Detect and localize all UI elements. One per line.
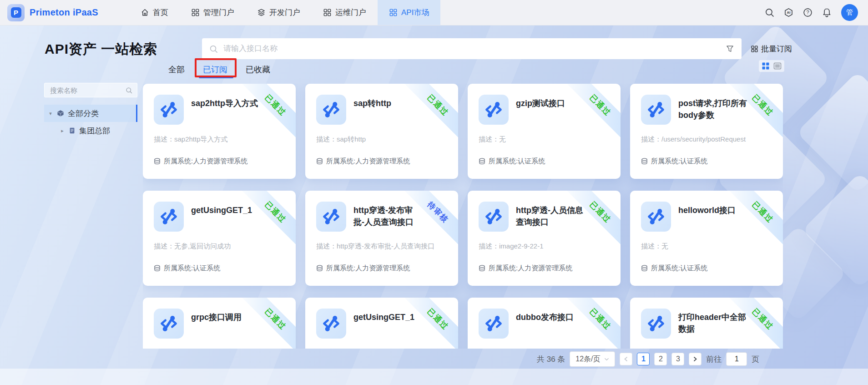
bell-icon[interactable] [822,8,832,17]
tree-item-all-categories[interactable]: ▾ 全部分类 [44,105,137,122]
tab-subscribed[interactable]: 已订阅 [203,64,227,75]
api-card[interactable]: 已通过 post请求,打印所有body参数 描述：/users/security… [630,84,783,179]
avatar[interactable]: 管 [841,4,858,21]
status-ribbon: 已通过 [236,298,296,349]
page-button-3[interactable]: 3 [671,353,684,365]
app-logo: P Primeton iPaaS [0,4,122,21]
api-card[interactable]: 已通过 grpc接口调用 描述： [143,298,296,349]
caret-right-icon[interactable]: ▸ [60,128,65,134]
grid-view-icon[interactable] [762,62,770,70]
api-card-system: 所属系统:认证系统 [479,157,545,166]
svg-text:?: ? [806,10,809,15]
tab-favorites[interactable]: 已收藏 [246,64,270,75]
tab-all[interactable]: 全部 [168,64,185,75]
api-card[interactable]: 已通过 getUsingGET_1 描述： [305,298,458,349]
batch-subscribe-button[interactable]: 批量订阅 [751,44,792,54]
caret-down-icon[interactable]: ▾ [48,111,53,117]
api-icon [479,202,509,232]
api-card[interactable]: 已通过 sap2http导入方式 描述：sap2http导入方式 [143,84,296,179]
database-icon [641,265,648,272]
status-badge: 已通过 [425,92,451,118]
apps-icon [323,8,332,17]
pagination: 共 36 条 12条/页 1 2 3 前往 页 [537,351,759,367]
api-card-title: 打印header中全部数据 [678,311,747,335]
search-icon[interactable] [765,8,774,17]
api-card-system: 所属系统:认证系统 [154,264,220,273]
page-button-1[interactable]: 1 [637,353,650,365]
api-card-title: gzip测试接口 [516,97,585,109]
database-icon [316,158,323,165]
database-icon [641,158,648,165]
api-card-title: sap转http [353,97,423,109]
batch-subscribe-label: 批量订阅 [761,44,792,54]
api-card-description: 描述：无参,返回访问成功 [154,242,287,251]
api-card-system: 所属系统:认证系统 [641,264,707,273]
database-icon [316,265,323,272]
api-card-system: 所属系统:认证系统 [641,157,707,166]
nav-item-ops-portal[interactable]: 运维门户 [312,0,378,25]
topbar-actions: AI ? 管 [765,4,868,21]
nav-item-api-market[interactable]: API市场 [378,0,440,25]
prev-page-button[interactable] [620,353,632,365]
api-icon [479,309,509,339]
api-card-description: 描述：/users/security/postRequest [641,135,774,144]
status-badge: 已通过 [750,199,776,225]
nav-item-home[interactable]: 首页 [129,0,180,25]
api-icon [154,309,184,339]
api-card[interactable]: 待审核 http穿透-发布审批-人员查询接口 描述：http穿透-发布审批-人员… [305,191,458,286]
apps-icon [389,8,398,17]
view-toggles [759,60,784,72]
chevron-down-icon [604,357,609,362]
api-card[interactable]: 已通过 http穿透-人员信息查询接口 描述：image2-9-22-1 [468,191,621,286]
nav-item-admin-portal[interactable]: 管理门户 [180,0,246,25]
page-size-select[interactable]: 12条/页 [570,351,615,367]
filter-tabs: 全部 已订阅 已收藏 [168,62,270,77]
api-card[interactable]: 已通过 helloworld接口 描述：无 [630,191,783,286]
tree-item-group-hq[interactable]: ▸ 集团总部 [44,122,137,139]
api-search-input[interactable] [222,44,721,54]
list-view-icon[interactable] [773,62,782,70]
api-card-system: 所属系统:人力资源管理系统 [316,264,410,273]
api-icon [154,95,184,125]
next-page-button[interactable] [689,353,701,365]
cube-icon [57,110,64,117]
api-card-description: 描述：无 [479,135,611,144]
status-badge: 已通过 [750,306,776,332]
goto-page-input[interactable] [726,352,747,366]
category-search-input[interactable] [49,86,123,95]
api-card-title: helloworld接口 [678,204,747,216]
page-button-2[interactable]: 2 [654,353,667,365]
status-badge: 已通过 [588,92,614,118]
category-tree: ▾ 全部分类 ▸ 集团总部 [44,105,137,139]
batch-subscribe-icon [751,45,758,53]
svg-text:AI: AI [787,10,791,15]
tree-item-label: 全部分类 [68,108,99,119]
api-card[interactable]: 已通过 getUsingGET_1 描述：无参,返回访问成功 [143,191,296,286]
sidebar-search [44,83,137,97]
api-card-system: 所属系统:人力资源管理系统 [154,157,247,166]
goto-label: 前往 [706,354,722,365]
status-badge: 已通过 [588,199,614,225]
nav-label: 首页 [153,7,168,18]
top-bar: P Primeton iPaaS 首页 管理门户 开发门户 运维门户 API市场… [0,0,868,25]
nav-item-dev-portal[interactable]: 开发门户 [246,0,312,25]
nav-label: 管理门户 [203,7,234,18]
api-card[interactable]: 已通过 sap转http 描述：sap转http [305,84,458,179]
api-icon [479,95,509,125]
total-count: 共 36 条 [537,354,565,365]
status-badge: 待审核 [425,199,451,225]
api-icon [154,202,184,232]
api-card-system: 所属系统:人力资源管理系统 [479,264,572,273]
status-badge: 已通过 [425,306,451,332]
active-tab-underline [199,76,233,78]
api-card[interactable]: 已通过 gzip测试接口 描述：无 [468,84,621,179]
filter-icon[interactable] [726,45,734,53]
api-card[interactable]: 已通过 打印header中全部数据 描述： [630,298,783,349]
api-icon [641,95,671,125]
database-icon [479,158,485,165]
help-icon[interactable]: ? [803,8,812,17]
logo-text: Primeton iPaaS [30,7,98,18]
logo-icon: P [7,4,25,21]
ai-assistant-icon[interactable]: AI [784,8,793,17]
api-card[interactable]: 已通过 dubbo发布接口 描述： [468,298,621,349]
